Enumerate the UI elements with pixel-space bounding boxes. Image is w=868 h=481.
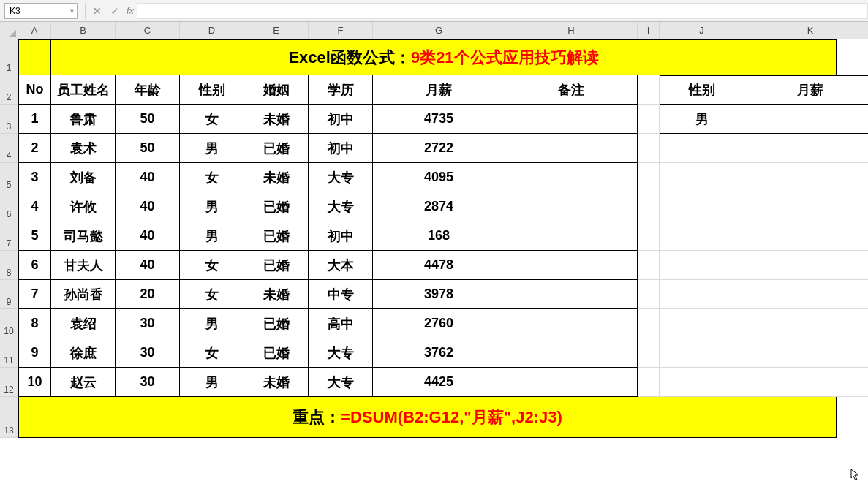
col-header-F[interactable]: F — [309, 22, 373, 39]
col-header-I[interactable]: I — [638, 22, 660, 39]
cell-no[interactable]: 9 — [18, 338, 51, 368]
cell[interactable] — [18, 39, 51, 75]
cell-name[interactable]: 刘备 — [51, 163, 116, 192]
cell-name[interactable]: 赵云 — [51, 368, 116, 397]
cell-sex[interactable]: 女 — [180, 251, 244, 280]
hdr-sex[interactable]: 性别 — [180, 75, 244, 105]
crit-hdr-sex[interactable]: 性别 — [660, 75, 744, 105]
cell[interactable] — [638, 368, 660, 397]
cell-sex[interactable]: 女 — [180, 280, 244, 309]
cell-marriage[interactable]: 已婚 — [244, 338, 309, 368]
cell-edu[interactable]: 大专 — [309, 338, 373, 368]
cell-no[interactable]: 10 — [18, 368, 51, 397]
cell-no[interactable]: 3 — [18, 163, 51, 192]
row-header-6[interactable]: 6 — [0, 192, 18, 221]
cell-sex[interactable]: 女 — [180, 105, 244, 134]
cell-marriage[interactable]: 未婚 — [244, 105, 309, 134]
cell-marriage[interactable]: 已婚 — [244, 309, 309, 338]
cell[interactable] — [744, 280, 868, 309]
hdr-salary[interactable]: 月薪 — [373, 75, 505, 105]
cell[interactable] — [660, 192, 744, 221]
cell-edu[interactable]: 大专 — [309, 192, 373, 221]
cell[interactable] — [638, 280, 660, 309]
cell-edu[interactable]: 大专 — [309, 163, 373, 192]
cell-marriage[interactable]: 已婚 — [244, 251, 309, 280]
check-icon[interactable]: ✓ — [106, 5, 124, 17]
cell-marriage[interactable]: 未婚 — [244, 368, 309, 397]
col-header-B[interactable]: B — [51, 22, 116, 39]
hdr-age[interactable]: 年龄 — [116, 75, 180, 105]
cell-salary[interactable]: 3978 — [373, 280, 505, 309]
cell-sex[interactable]: 女 — [180, 338, 244, 368]
cell[interactable] — [638, 309, 660, 338]
cell-edu[interactable]: 高中 — [309, 309, 373, 338]
row-header-7[interactable]: 7 — [0, 221, 18, 251]
hdr-edu[interactable]: 学历 — [309, 75, 373, 105]
col-header-C[interactable]: C — [116, 22, 180, 39]
row-header-9[interactable]: 9 — [0, 280, 18, 309]
cell-name[interactable]: 袁术 — [51, 134, 116, 163]
cell-sex[interactable]: 男 — [180, 368, 244, 397]
title-cell[interactable]: Excel函数公式：9类21个公式应用技巧解读 — [51, 39, 837, 75]
cell-no[interactable]: 5 — [18, 221, 51, 251]
cell[interactable] — [638, 105, 660, 134]
cell[interactable] — [744, 338, 868, 368]
select-all-corner[interactable] — [0, 22, 18, 39]
fx-icon[interactable]: fx — [124, 5, 137, 16]
cell-remark[interactable] — [505, 251, 638, 280]
cell-edu[interactable]: 大本 — [309, 251, 373, 280]
cell-edu[interactable]: 大专 — [309, 368, 373, 397]
cell-age[interactable]: 40 — [116, 221, 180, 251]
cell-salary[interactable]: 4735 — [373, 105, 505, 134]
cell[interactable] — [744, 163, 868, 192]
cell-name[interactable]: 孙尚香 — [51, 280, 116, 309]
cell-edu[interactable]: 中专 — [309, 280, 373, 309]
cell[interactable] — [744, 134, 868, 163]
cell-no[interactable]: 1 — [18, 105, 51, 134]
cell-age[interactable]: 50 — [116, 105, 180, 134]
cell[interactable] — [638, 251, 660, 280]
cell[interactable] — [744, 309, 868, 338]
hdr-remark[interactable]: 备注 — [505, 75, 638, 105]
cell[interactable] — [638, 75, 660, 105]
col-header-H[interactable]: H — [505, 22, 638, 39]
cell-edu[interactable]: 初中 — [309, 134, 373, 163]
row-header-1[interactable]: 1 — [0, 39, 18, 75]
cell-salary[interactable]: 2722 — [373, 134, 505, 163]
cell-marriage[interactable]: 已婚 — [244, 221, 309, 251]
col-header-A[interactable]: A — [18, 22, 51, 39]
cell-age[interactable]: 30 — [116, 338, 180, 368]
crit-salary[interactable] — [744, 105, 868, 134]
row-header-3[interactable]: 3 — [0, 105, 18, 134]
hdr-no[interactable]: No — [18, 75, 51, 105]
col-header-J[interactable]: J — [660, 22, 744, 39]
col-header-D[interactable]: D — [180, 22, 244, 39]
cell[interactable] — [744, 221, 868, 251]
row-header-12[interactable]: 12 — [0, 368, 18, 397]
cancel-icon[interactable]: ✕ — [88, 5, 106, 17]
cell-salary[interactable]: 168 — [373, 221, 505, 251]
cell[interactable] — [744, 251, 868, 280]
cell-marriage[interactable]: 未婚 — [244, 163, 309, 192]
cell-remark[interactable] — [505, 338, 638, 368]
cell[interactable] — [660, 368, 744, 397]
cell-age[interactable]: 40 — [116, 251, 180, 280]
cell[interactable] — [660, 221, 744, 251]
cell-salary[interactable]: 4425 — [373, 368, 505, 397]
formula-input[interactable] — [137, 3, 868, 19]
cell-age[interactable]: 40 — [116, 192, 180, 221]
cell-salary[interactable]: 2760 — [373, 309, 505, 338]
cell-edu[interactable]: 初中 — [309, 105, 373, 134]
cell-marriage[interactable]: 未婚 — [244, 280, 309, 309]
cell-age[interactable]: 20 — [116, 280, 180, 309]
col-header-G[interactable]: G — [373, 22, 505, 39]
col-header-K[interactable]: K — [744, 22, 868, 39]
cell-age[interactable]: 30 — [116, 368, 180, 397]
row-header-10[interactable]: 10 — [0, 309, 18, 338]
cell-salary[interactable]: 2874 — [373, 192, 505, 221]
cell-name[interactable]: 徐庶 — [51, 338, 116, 368]
cell-remark[interactable] — [505, 163, 638, 192]
cell-remark[interactable] — [505, 105, 638, 134]
row-header-4[interactable]: 4 — [0, 134, 18, 163]
cell-age[interactable]: 40 — [116, 163, 180, 192]
